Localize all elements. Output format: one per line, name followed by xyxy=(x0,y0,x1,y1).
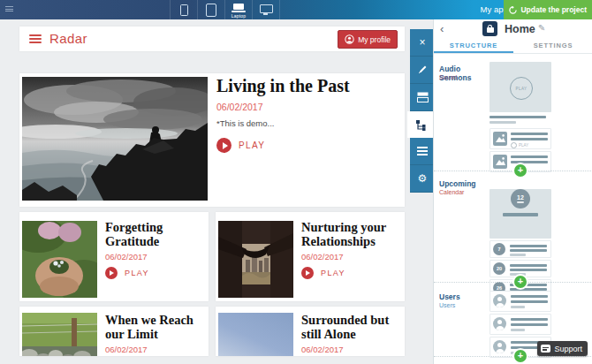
section-category: Sound xyxy=(439,74,487,80)
structure-button[interactable] xyxy=(407,111,435,138)
avatar-icon xyxy=(493,340,506,353)
track-row-placeholder: PLAY xyxy=(490,128,551,149)
mini-play-placeholder: PLAY xyxy=(511,142,528,148)
desktop-icon xyxy=(260,4,273,13)
editor-toolbar: × ⚙ xyxy=(410,29,435,193)
placeholder-bar xyxy=(510,264,547,267)
app-menu-icon[interactable] xyxy=(29,34,42,43)
card-image-gratitude xyxy=(22,221,97,298)
article-title: Living in the Past xyxy=(216,77,399,95)
card-content: When we Reach our Limit 06/02/2017 xyxy=(105,313,205,354)
placeholder-bar xyxy=(490,116,546,118)
user-row-placeholder xyxy=(490,291,551,312)
article-card[interactable]: When we Reach our Limit 06/02/2017 xyxy=(19,307,209,356)
device-laptop-button[interactable]: Laptop xyxy=(224,0,252,19)
play-icon xyxy=(216,138,231,153)
play-circle-icon xyxy=(511,142,517,148)
article-card[interactable]: Forgetting Gratitude 06/02/2017 PLAY xyxy=(19,212,209,301)
card-content: Forgetting Gratitude 06/02/2017 PLAY xyxy=(105,220,205,279)
banner-icon xyxy=(417,92,429,102)
structure-panel: ‹ Home ✎ STRUCTURE SETTINGS Audio Sermon… xyxy=(433,19,592,364)
sound-widget-preview[interactable]: PLAY PLAY xyxy=(490,62,551,172)
placeholder-bar xyxy=(510,249,547,252)
tab-structure[interactable]: STRUCTURE xyxy=(434,39,513,53)
panel-title: Home xyxy=(505,23,535,35)
phone-icon xyxy=(180,4,188,16)
structure-tree-icon xyxy=(415,119,427,131)
add-feature-button[interactable]: + xyxy=(514,276,527,288)
placeholder-bar xyxy=(510,245,547,247)
home-page-icon[interactable] xyxy=(482,21,497,36)
add-feature-button[interactable]: + xyxy=(514,164,527,177)
day-badge: 7 xyxy=(493,243,505,255)
image-placeholder-icon xyxy=(493,155,507,169)
article-card[interactable]: Surrounded but still Alone 06/02/2017 xyxy=(216,307,405,356)
my-profile-button[interactable]: My profile xyxy=(338,30,398,49)
image-placeholder-icon xyxy=(493,132,507,146)
play-icon xyxy=(105,267,118,279)
app-preview-header: Radar My profile xyxy=(19,27,405,51)
card-image-alone xyxy=(218,313,293,356)
calendar-header-placeholder: 12 xyxy=(490,189,551,239)
gear-icon: ⚙ xyxy=(418,172,428,185)
section-name-users[interactable]: Users xyxy=(439,292,487,301)
article-date: 06/02/2017 xyxy=(301,345,401,354)
sound-player-placeholder: PLAY xyxy=(490,62,551,112)
play-button[interactable]: PLAY xyxy=(216,138,278,153)
device-switcher: Laptop xyxy=(170,0,280,19)
main-menu-icon[interactable] xyxy=(5,6,13,12)
section-category: Calendar xyxy=(439,189,487,195)
card-image-relationships xyxy=(218,221,293,298)
section-name-upcoming[interactable]: Upcoming xyxy=(439,179,487,188)
play-button[interactable]: PLAY xyxy=(301,267,363,279)
section-category: Users xyxy=(439,302,487,308)
article-title: Forgetting Gratitude xyxy=(105,220,205,248)
day-badge: 20 xyxy=(493,262,505,275)
section-divider xyxy=(434,171,592,171)
back-chevron-icon[interactable]: ‹ xyxy=(440,22,444,35)
placeholder-bar xyxy=(511,300,548,303)
play-button[interactable]: PLAY xyxy=(105,267,167,279)
tab-settings[interactable]: SETTINGS xyxy=(513,39,592,53)
support-button[interactable]: Support xyxy=(537,341,588,356)
panel-tabs: STRUCTURE SETTINGS xyxy=(434,39,592,54)
tablet-icon xyxy=(206,4,216,17)
placeholder-bar xyxy=(511,329,525,331)
banner-button[interactable] xyxy=(410,84,435,111)
hero-image xyxy=(22,77,208,201)
device-phone-button[interactable] xyxy=(170,0,197,19)
article-card[interactable]: Nurturing your Relationships 06/02/2017 … xyxy=(216,212,405,301)
edit-pencil-icon[interactable]: ✎ xyxy=(538,23,545,33)
pages-list-button[interactable] xyxy=(410,138,435,165)
panel-header: ‹ Home ✎ xyxy=(434,19,592,39)
design-button[interactable] xyxy=(410,57,435,84)
top-bar: Laptop My apps▾ Update the project xyxy=(0,0,592,19)
update-project-button[interactable]: Update the project xyxy=(504,0,592,19)
close-icon: × xyxy=(419,36,425,49)
hero-content: Living in the Past 06/02/2017 *This is d… xyxy=(216,77,399,153)
avatar-icon xyxy=(493,294,506,307)
settings-button[interactable]: ⚙ xyxy=(410,165,435,193)
play-icon xyxy=(301,267,314,279)
avatar-icon xyxy=(493,317,506,330)
device-tablet-button[interactable] xyxy=(197,0,224,19)
app-builder-window: Laptop My apps▾ Update the project Radar… xyxy=(0,0,592,364)
section-divider xyxy=(434,282,592,283)
event-row-placeholder: 20 xyxy=(490,260,551,277)
placeholder-bar xyxy=(511,138,548,140)
add-feature-button[interactable]: + xyxy=(514,350,527,362)
placeholder-bar xyxy=(511,133,548,135)
article-date: 06/02/2017 xyxy=(105,252,205,262)
close-editor-button[interactable]: × xyxy=(410,29,435,57)
card-content: Nurturing your Relationships 06/02/2017 … xyxy=(301,220,401,279)
hero-article[interactable]: Living in the Past 06/02/2017 *This is d… xyxy=(19,73,405,207)
app-title: Radar xyxy=(49,31,87,46)
device-desktop-button[interactable] xyxy=(252,0,280,19)
placeholder-bar xyxy=(503,213,538,216)
article-excerpt: *This is demo... xyxy=(216,118,399,128)
laptop-label: Laptop xyxy=(231,13,247,19)
placeholder-bar xyxy=(511,318,548,321)
article-date: 06/02/2017 xyxy=(216,102,399,112)
refresh-icon xyxy=(509,6,517,14)
article-date: 06/02/2017 xyxy=(301,252,401,262)
